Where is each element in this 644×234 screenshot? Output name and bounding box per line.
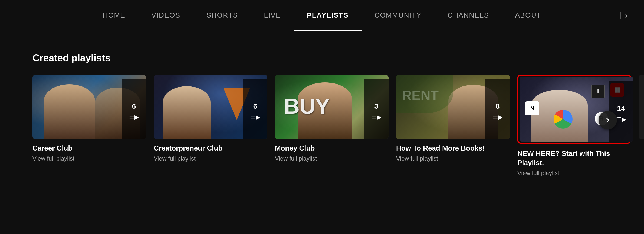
partial-thumb [639,75,644,139]
nav-more[interactable]: | › [620,10,628,20]
playlist-partial [639,75,644,139]
playlist-thumb-career: 6 ☰▶ [32,75,146,139]
bottom-divider [32,188,612,188]
count-number-books: 8 [496,102,500,111]
playlist-thumb-books: RENT 8 ☰▶ [396,75,510,139]
nav-item-shorts[interactable]: SHORTS [193,0,251,31]
main-content: Created playlists 6 ☰▶ Career Club View … [0,31,644,204]
nav-item-live[interactable]: LIVE [251,0,294,31]
count-number-creatorpreneur: 6 [253,102,257,111]
count-number-career: 6 [132,102,136,111]
playlist-name-books: How To Read More Books! [396,144,510,153]
chevron-right-icon [604,116,612,124]
nav-item-home[interactable]: HOME [90,0,138,31]
nav-item-community[interactable]: COMMUNITY [362,0,435,31]
playlist-name-new: NEW HERE? Start with This Playlist. [517,149,631,168]
count-number-new: 14 [617,104,625,113]
highlight-box: I R N 14 ☰▶ [517,75,631,144]
playlist-name-money: Money Club [275,144,389,153]
playlist-link-career[interactable]: View full playlist [32,155,146,162]
playlist-item-books[interactable]: RENT 8 ☰▶ How To Read More Books! View f… [396,75,510,162]
playlist-thumb-new: I R N 14 ☰▶ [520,77,633,142]
playlist-item-career[interactable]: 6 ☰▶ Career Club View full playlist [32,75,146,162]
playlists-row: 6 ☰▶ Career Club View full playlist 6 ☰▶ [32,75,612,177]
playlist-link-books[interactable]: View full playlist [396,155,510,162]
playlist-link-creatorpreneur[interactable]: View full playlist [154,155,267,162]
count-overlay-creatorpreneur: 6 ☰▶ [243,79,267,139]
queue-icon-money: ☰▶ [372,114,382,121]
queue-icon-career: ☰▶ [129,114,139,121]
count-overlay-money: 3 ☰▶ [364,79,389,139]
playlist-item-creatorpreneur[interactable]: 6 ☰▶ Creatorpreneur Club View full playl… [154,75,267,162]
queue-icon-books: ☰▶ [493,114,503,121]
scroll-next-button[interactable] [599,111,617,129]
nav-item-playlists[interactable]: PLAYLISTS [294,0,362,31]
count-overlay-new: 14 ☰▶ [609,81,633,142]
count-overlay-books: 8 ☰▶ [485,79,510,139]
app-icon-notion: N [525,101,539,115]
section-title: Created playlists [32,52,612,64]
count-overlay-career: 6 ☰▶ [122,79,146,139]
nav-item-channels[interactable]: CHANNELS [435,0,502,31]
count-number-money: 3 [374,102,378,111]
playlist-item-money[interactable]: BUY 3 ☰▶ Money Club View full playlist [275,75,389,162]
queue-icon-new: ☰▶ [616,116,626,123]
playlist-link-money[interactable]: View full playlist [275,155,389,162]
google-drive-icon [554,110,573,129]
nav-pipe-icon: | [620,11,622,20]
playlist-name-career: Career Club [32,144,146,153]
nav-bar: HOME VIDEOS SHORTS LIVE PLAYLISTS COMMUN… [0,0,644,31]
app-icon-i: I [591,85,605,98]
playlist-thumb-money: BUY 3 ☰▶ [275,75,389,139]
nav-item-about[interactable]: ABOUT [502,0,554,31]
playlist-link-new[interactable]: View full playlist [517,170,631,177]
nav-item-videos[interactable]: VIDEOS [138,0,193,31]
queue-icon-creatorpreneur: ☰▶ [250,114,260,121]
playlist-thumb-creatorpreneur: 6 ☰▶ [154,75,267,139]
playlist-name-creatorpreneur: Creatorpreneur Club [154,144,267,153]
